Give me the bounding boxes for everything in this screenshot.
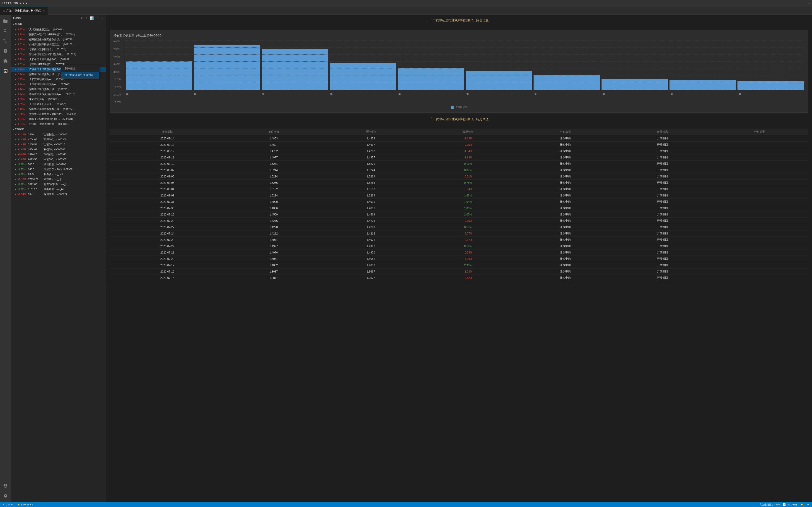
table-row[interactable]: 2020-08-141.48531.4853-1.13%开放申购开放赎回	[110, 135, 808, 142]
table-cell: 开放赎回	[614, 154, 711, 161]
fund-section-header[interactable]: ▾ FUND	[11, 21, 106, 27]
table-row[interactable]: 2020-08-121.47021.4702-1.84%开放申购开放赎回	[110, 148, 808, 154]
table-cell	[711, 205, 808, 211]
context-delete[interactable]: 删除基金	[61, 65, 99, 72]
table-row[interactable]: 2020-07-211.49701.4970-0.54%开放申购开放赎回	[110, 249, 808, 256]
stock-item[interactable]: ▲ +1.49% 4704.63 「沪深300」sh000300	[11, 137, 106, 142]
fund-item[interactable]: ▲ 1.39% 「长江汇聚量化多因子」（005757）	[11, 102, 106, 107]
table-row[interactable]: 2020-07-311.49901.49901.04%开放申购开放赎回	[110, 199, 808, 205]
table-row[interactable]: 2020-08-071.52441.52440.07%开放申购开放赎回	[110, 167, 808, 173]
activity-settings[interactable]	[1, 491, 10, 500]
refresh-button[interactable]: ↻	[80, 16, 84, 20]
y-axis-label: 0.00%	[113, 40, 123, 43]
stock-item[interactable]: ▲ +1.08% 6623.56 「中证500」sh000905	[11, 157, 106, 162]
fund-item[interactable]: ▲ 1.27% 「大成消费主题混合」（090016）	[11, 27, 106, 32]
activity-explorer[interactable]	[1, 16, 10, 25]
sync-icon: ⟳	[807, 503, 809, 506]
add-button[interactable]: +	[101, 16, 104, 20]
table-row[interactable]: 2020-07-231.49711.4971-0.17%开放申购开放赎回	[110, 237, 808, 243]
fund-item[interactable]: ▲ 1.87% 「广发电子信息传媒股票」（005310）	[11, 121, 106, 126]
table-cell: 1.04%	[419, 199, 517, 205]
table-cell: 1.4569	[322, 211, 419, 218]
table-row[interactable]: 2020-07-221.49971.49970.18%开放申购开放赎回	[110, 243, 808, 249]
stock-item[interactable]: ▼ -0.02% 3372.85 「标普500指数」usr_inx	[11, 182, 106, 187]
stock-item[interactable]: ▼ -0.21% 11019.3 「纳斯达克」usr_ixic	[11, 187, 106, 192]
table-cell: -1.93%	[419, 154, 517, 161]
table-row[interactable]: 2020-08-131.46871.4687-0.10%开放申购开放赎回	[110, 142, 808, 148]
history-title: 「广发中证全指建筑材料指数C」历史净值	[110, 117, 808, 121]
stock-item[interactable]: ▼ -4.29% 85.04 「拼多多」usr_pdd	[11, 172, 106, 177]
table-row[interactable]: 2020-08-061.52341.5234-0.21%开放申购开放赎回	[110, 173, 808, 180]
chart-button[interactable]: 📊	[89, 16, 94, 20]
tab-close-button[interactable]: ✕	[42, 9, 45, 13]
table-cell: 开放赎回	[614, 243, 711, 249]
table-row[interactable]: 2020-07-281.42761.4276-0.10%开放申购开放赎回	[110, 218, 808, 224]
stock-name: 「阿里巴巴－SW」hk09988	[42, 168, 72, 171]
tab-main[interactable]: ◎ 广发中证全指建筑材料指数C ✕	[0, 7, 48, 15]
fund-item[interactable]: ▲ 1.00% 「华安媒体互联网混合」（001071）	[11, 47, 106, 52]
activity-leetfund[interactable]	[1, 66, 10, 75]
table-row[interactable]: 2020-08-041.51521.5152-0.54%开放申购开放赎回	[110, 186, 808, 192]
table-row[interactable]: 2020-07-271.42901.42900.55%开放申购开放赎回	[110, 224, 808, 230]
table-cell: 开放申购	[517, 269, 614, 275]
table-row[interactable]: 2020-07-291.45691.45692.05%开放申购开放赎回	[110, 211, 808, 218]
table-cell: 1.5051	[225, 256, 322, 262]
table-cell: -5.07%	[419, 230, 517, 237]
context-holdings[interactable]: 持仓信息&历史净值列表	[61, 72, 99, 78]
fund-name: 「交银中证海外中国互联网指数」（164906）	[27, 112, 78, 116]
stock-price: 506.5	[28, 163, 41, 166]
table-row[interactable]: 2020-08-101.52711.52710.18%开放申购开放赎回	[110, 161, 808, 167]
stock-item[interactable]: ▲ +0.54% 5.61 「深圳能源」sz000027	[11, 192, 106, 197]
stock-item[interactable]: ▲ +1.44% 3288.51 「上证50」sh000016	[11, 142, 106, 147]
fund-item[interactable]: ▲ 1.24% 「中欧潜力价值灵活配置混合A」（001810）	[11, 92, 106, 97]
status-live-share[interactable]: ⚡ Live Share	[16, 503, 34, 506]
table-cell: 1.4032	[225, 262, 322, 269]
status-sync[interactable]: ⟳	[806, 503, 810, 506]
stock-item[interactable]: ▲ +1.08% 1484.04 「科创50」sh000688	[11, 147, 106, 152]
stock-item[interactable]: ▼ -0.56% 246.8 「阿里巴巴－SW」hk09988	[11, 167, 106, 172]
table-row[interactable]: 2020-08-031.52341.52341.63%开放申购开放赎回	[110, 192, 808, 199]
status-bell[interactable]: 🔔	[800, 503, 805, 506]
table-cell: -0.17%	[419, 237, 517, 243]
fund-item[interactable]: ▲ 2.12% 「天弘中证食品饮料指数C」（001632）	[11, 57, 106, 62]
stock-item[interactable]: ▲ +1.19% 3360.1 「上证指数」sh000001	[11, 132, 106, 137]
fund-item[interactable]: ▲ 0.16% 「招商中证煤炭等权指数分级」（161724）	[11, 107, 106, 112]
fund-item[interactable]: ▲ 1.74% 「上投摩根新兴动力混合A」（377240）	[11, 82, 106, 87]
table-row[interactable]: 2020-08-051.52661.52660.75%开放申购开放赎回	[110, 180, 808, 186]
fund-item[interactable]: ▲ 1.44% 「招商中证银行指数分级」（161723）	[11, 87, 106, 92]
stock-name: 「沪深300」sh000300	[42, 138, 67, 141]
table-row[interactable]: 2020-07-151.38771.3877-0.62%开放申购开放赎回	[110, 275, 808, 281]
trend-icon: ▲	[14, 98, 17, 101]
fund-item[interactable]: ▲ 1.51% 「前海开源国家比较优势混合」（001102）	[11, 42, 106, 47]
table-row[interactable]: 2020-07-301.48361.48361.83%开放申购开放赎回	[110, 205, 808, 211]
activity-account[interactable]	[1, 481, 10, 490]
fund-item[interactable]: ▲ 1.30% 「诺安成长混合」（320007）	[11, 97, 106, 102]
stock-item[interactable]: ▲ +0.12% 27931.02 「道琼斯」usr_dji	[11, 177, 106, 182]
activity-run[interactable]	[1, 46, 10, 55]
status-errors[interactable]: ✕ 0 ⚠ 0	[2, 503, 13, 506]
stock-name: 「深圳能源」sz000027	[42, 192, 67, 196]
fund-item[interactable]: ▲ 1.02% 「富国中证新能源汽车指数分级」（161028）	[11, 52, 106, 57]
stock-section-header[interactable]: ▾ STOCK	[11, 126, 106, 132]
table-cell: 1.4970	[322, 249, 419, 256]
table-row[interactable]: 2020-07-161.36371.3637-1.73%开放申购开放赎回	[110, 269, 808, 275]
trend-button[interactable]: 〰	[95, 16, 100, 20]
chart-container: 持仓前10的股票（截止至2020-06-30） 16.00%14.00%12.0…	[110, 30, 808, 113]
fund-item[interactable]: ▲ 1.37% 「国金上证50指数增强(LOF)」（502020）	[11, 117, 106, 121]
status-index[interactable]: 「上证指数」3360.1 📈 (+1.19%)	[758, 503, 798, 506]
stock-item[interactable]: ▼ -0.69% 506.5 「腾讯控股」hk00700	[11, 162, 106, 167]
table-row[interactable]: 2020-08-111.49771.4977-1.93%开放申购开放赎回	[110, 154, 808, 161]
table-row[interactable]: 2020-07-201.50511.5051-7.26%开放申购开放赎回	[110, 256, 808, 262]
stock-name: 「上证50」sh000016	[42, 143, 65, 146]
table-row[interactable]: 2020-07-171.40321.40322.90%开放申购开放赎回	[110, 262, 808, 269]
sort-button[interactable]: ↕	[85, 16, 88, 20]
activity-source-control[interactable]	[1, 37, 10, 46]
table-row[interactable]: 2020-07-241.42121.4212-5.07%开放申购开放赎回	[110, 230, 808, 237]
fund-item[interactable]: ▲ 1.13% 「国联安中证半导体ETF联接C」（007301）	[11, 32, 106, 37]
title-more-button[interactable]: ···	[808, 2, 810, 5]
activity-search[interactable]	[1, 26, 10, 36]
activity-extensions[interactable]	[1, 56, 10, 65]
fund-item[interactable]: ▲ 0.08% 「交银中证海外中国互联网指数」（164906）	[11, 112, 106, 117]
fund-item[interactable]: ▲ 1.19% 「招商国证生物医药指数分级」（161726）	[11, 37, 106, 42]
stock-item[interactable]: ▲ +0.86% 15901.31 「300医药」sh000913	[11, 152, 106, 157]
